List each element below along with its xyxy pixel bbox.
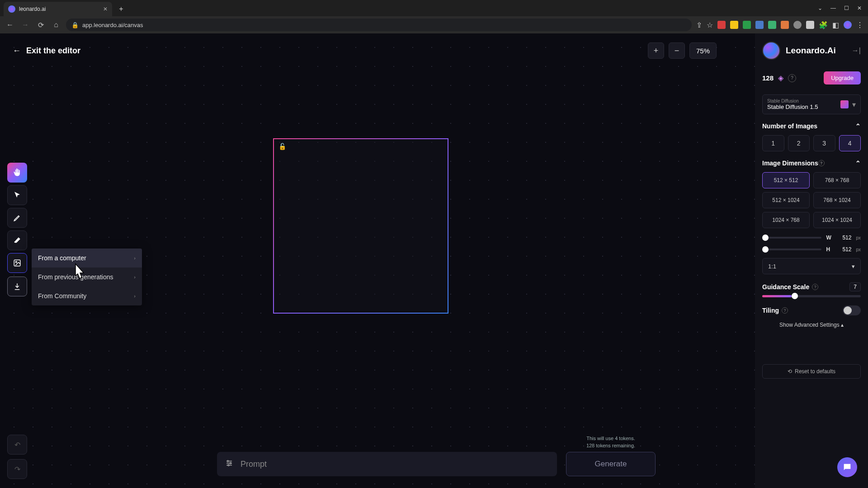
ext-3[interactable] — [743, 21, 751, 29]
width-slider[interactable] — [762, 237, 821, 239]
help-icon[interactable]: ? — [812, 284, 818, 290]
num-images-4[interactable]: 4 — [839, 135, 861, 151]
prompt-bar: Prompt This will use 4 tokens. 128 token… — [217, 435, 656, 476]
ext-7[interactable] — [793, 21, 802, 29]
menu-icon[interactable]: ⋮ — [856, 21, 863, 29]
chevron-down-icon: ▾ — [852, 100, 856, 109]
dim-768-768[interactable]: 768 × 768 — [813, 172, 861, 188]
num-images-1[interactable]: 1 — [762, 135, 784, 151]
ext-6[interactable] — [781, 21, 789, 29]
zoom-value[interactable]: 75% — [689, 42, 717, 59]
draw-tool[interactable] — [7, 208, 27, 228]
url-text: app.leonardo.ai/canvas — [82, 22, 143, 28]
chat-fab[interactable] — [837, 457, 857, 477]
model-select[interactable]: Stable Diffusion Stable Diffusion 1.5 ▾ — [762, 94, 861, 114]
dropdown-item-label: From Community — [38, 292, 86, 300]
num-images-header[interactable]: Number of Images ⌃ — [762, 122, 861, 130]
reset-defaults-button[interactable]: ⟲ Reset to defaults — [762, 364, 861, 379]
profile-avatar[interactable] — [844, 21, 852, 29]
num-images-2[interactable]: 2 — [788, 135, 810, 151]
chevron-down-icon[interactable]: ⌄ — [818, 5, 822, 11]
back-icon[interactable]: ← — [5, 19, 15, 30]
download-tool[interactable] — [7, 277, 27, 296]
dim-768-1024[interactable]: 768 × 1024 — [813, 192, 861, 208]
ext-8[interactable] — [806, 21, 814, 29]
ext-1[interactable] — [717, 21, 726, 29]
guidance-section: Guidance Scale ? 7 — [762, 282, 861, 297]
unlock-icon[interactable]: 🔓 — [278, 143, 286, 150]
extensions-icon[interactable]: 🧩 — [819, 21, 828, 29]
aspect-value: 1:1 — [768, 263, 776, 270]
home-icon[interactable]: ⌂ — [51, 19, 61, 30]
dimensions-header[interactable]: Image Dimensions ? ⌃ — [762, 160, 861, 167]
close-tab-icon[interactable]: ✕ — [103, 6, 108, 12]
model-badge-icon — [840, 100, 849, 108]
star-icon[interactable]: ☆ — [707, 21, 713, 29]
chat-icon — [842, 462, 852, 472]
undo-icon: ↶ — [14, 441, 20, 449]
undo-button[interactable]: ↶ — [7, 435, 27, 455]
show-advanced-button[interactable]: Show Advanced Settings ▴ — [762, 322, 861, 328]
guidance-slider[interactable] — [762, 295, 861, 297]
height-slider[interactable] — [762, 249, 821, 250]
redo-button[interactable]: ↷ — [7, 459, 27, 479]
minimize-icon[interactable]: — — [830, 5, 836, 11]
erase-tool[interactable] — [7, 230, 27, 250]
exit-editor-button[interactable]: ← Exit the editor — [13, 46, 80, 56]
ext-2[interactable] — [730, 21, 738, 29]
close-window-icon[interactable]: ✕ — [857, 5, 862, 11]
reload-icon[interactable]: ⟳ — [35, 19, 46, 30]
sliders-icon[interactable] — [225, 459, 233, 469]
upload-image-tool[interactable] — [7, 253, 27, 273]
exit-editor-label: Exit the editor — [26, 46, 80, 56]
credits-count: 128 — [762, 74, 774, 82]
pan-tool[interactable] — [7, 163, 27, 183]
dropdown-item-computer[interactable]: From a computer › — [32, 249, 142, 267]
aspect-ratio-select[interactable]: 1:1 ▾ — [762, 258, 861, 274]
num-images-options: 1 2 3 4 — [762, 135, 861, 151]
chevron-right-icon: › — [134, 293, 136, 299]
guidance-value: 7 — [849, 282, 861, 291]
help-icon[interactable]: ? — [788, 74, 796, 82]
zoom-controls: + − 75% — [648, 42, 717, 59]
share-icon[interactable]: ⇪ — [696, 21, 702, 29]
generation-frame[interactable]: 🔓 — [273, 138, 448, 314]
chevron-up-icon: ▴ — [841, 322, 844, 328]
chevron-down-icon: ▾ — [852, 263, 855, 270]
eraser-icon — [13, 236, 21, 244]
browser-tab[interactable]: leonardo.ai ✕ — [4, 2, 112, 16]
upgrade-button[interactable]: Upgrade — [824, 71, 861, 84]
ext-4[interactable] — [755, 21, 764, 29]
help-icon[interactable]: ? — [818, 160, 825, 166]
zoom-out-button[interactable]: − — [669, 42, 685, 59]
sidepanel-icon[interactable]: ◧ — [832, 21, 839, 29]
num-images-3[interactable]: 3 — [813, 135, 835, 151]
favicon — [8, 5, 15, 13]
collapse-panel-icon[interactable]: →| — [852, 47, 861, 55]
left-toolbar — [7, 163, 27, 296]
select-tool[interactable] — [7, 185, 27, 205]
svg-point-2 — [227, 460, 229, 462]
address-bar: ← → ⟳ ⌂ 🔒 app.leonardo.ai/canvas ⇪ ☆ 🧩 ◧… — [0, 16, 868, 33]
dim-1024-768[interactable]: 1024 × 768 — [762, 212, 810, 228]
dropdown-item-previous[interactable]: From previous generations › — [32, 267, 142, 286]
dim-1024-1024[interactable]: 1024 × 1024 — [813, 212, 861, 228]
tiling-label: Tiling — [762, 307, 779, 314]
maximize-icon[interactable]: ☐ — [844, 5, 849, 11]
px-unit: px — [856, 247, 861, 252]
reset-icon: ⟲ — [788, 368, 792, 375]
generate-button[interactable]: Generate — [566, 452, 656, 476]
zoom-in-button[interactable]: + — [648, 42, 664, 59]
window-controls: ⌄ — ☐ ✕ — [811, 0, 868, 16]
tiling-toggle[interactable] — [843, 305, 861, 315]
new-tab-button[interactable]: + — [115, 3, 127, 15]
help-icon[interactable]: ? — [782, 307, 788, 314]
forward-icon[interactable]: → — [20, 19, 31, 30]
dropdown-item-community[interactable]: From Community › — [32, 286, 142, 305]
url-input[interactable]: 🔒 app.leonardo.ai/canvas — [66, 19, 692, 31]
prompt-input[interactable]: Prompt — [217, 452, 557, 476]
dim-512-512[interactable]: 512 × 512 — [762, 172, 810, 188]
ext-5[interactable] — [768, 21, 776, 29]
dim-512-1024[interactable]: 512 × 1024 — [762, 192, 810, 208]
chevron-up-icon: ⌃ — [855, 122, 861, 130]
